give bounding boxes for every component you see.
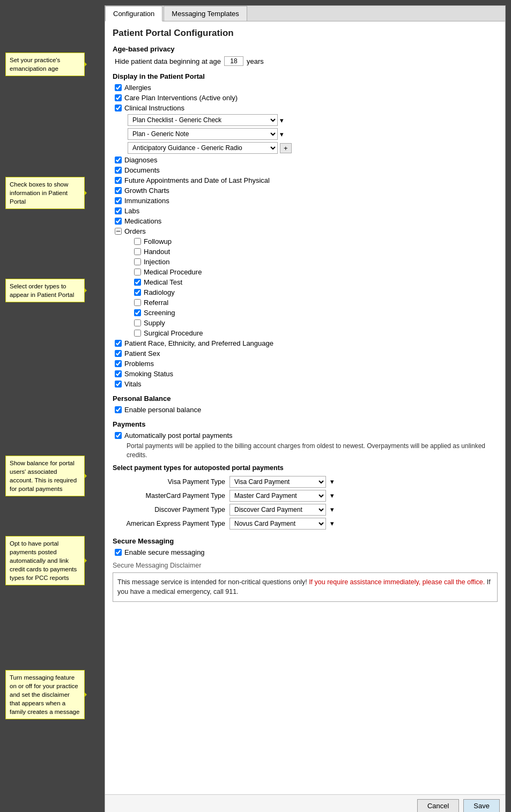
hide-patient-data-label: Hide patient data beginning at age (115, 57, 221, 65)
mastercard-payment-label: MasterCard Payment Type (118, 492, 225, 500)
checkbox-enable-secure-messaging-input[interactable] (115, 549, 122, 556)
clinical-select-2[interactable]: Plan - Generic Note (128, 128, 278, 140)
checkbox-immunizations: Immunizations (115, 197, 498, 205)
clinical-select-3[interactable]: Anticipatory Guidance - Generic Radio (128, 142, 278, 154)
checkbox-patient-race: Patient Race, Ethnicity, and Preferred L… (115, 339, 498, 347)
amex-payment-label: American Express Payment Type (118, 520, 225, 527)
checkbox-growth-charts-input[interactable] (115, 187, 122, 194)
checkbox-injection: Injection (134, 258, 498, 266)
checkbox-injection-input[interactable] (134, 258, 141, 265)
disclaimer-label: Secure Messaging Disclaimer (113, 562, 498, 569)
checkbox-care-plan: Care Plan Interventions (Active only) (115, 94, 498, 102)
checkbox-orders: Orders (115, 227, 498, 235)
personal-balance-header: Personal Balance (113, 394, 498, 403)
clinical-select-1[interactable]: Plan Checklist - Generic Check (128, 114, 278, 126)
checkbox-allergies-input[interactable] (115, 84, 122, 91)
checkbox-patient-race-input[interactable] (115, 340, 122, 347)
cancel-button[interactable]: Cancel (417, 799, 459, 812)
discover-payment-label: Discover Payment Type (118, 506, 225, 513)
checkbox-medical-procedure: Medical Procedure (134, 268, 498, 276)
annotation-emancipation-age: Set your practice's emancipation age (5, 53, 85, 76)
add-clinical-dropdown-button[interactable]: + (280, 143, 292, 153)
age-input[interactable] (224, 56, 243, 66)
annotation-messaging: Turn messaging feature on or off for you… (5, 670, 85, 719)
checkbox-screening: Screening (134, 309, 498, 317)
checkbox-radiology-input[interactable] (134, 289, 141, 296)
annotations-panel: Set your practice's emancipation age Che… (5, 5, 105, 812)
checkbox-radiology: Radiology (134, 288, 498, 296)
tab-messaging-templates[interactable]: Messaging Templates (164, 6, 247, 21)
checkbox-problems: Problems (115, 360, 498, 368)
checkbox-medications-input[interactable] (115, 218, 122, 225)
visa-payment-row: Visa Payment Type Visa Card Payment ▾ (118, 476, 498, 488)
checkbox-handout-input[interactable] (134, 248, 141, 255)
annotation-order-types: Select order types to appear in Patient … (5, 279, 85, 302)
checkbox-diagnoses-input[interactable] (115, 157, 122, 163)
amex-payment-select[interactable]: Novus Card Payment (229, 518, 326, 530)
annotation-portal-payments: Opt to have portal payments posted autom… (5, 536, 85, 585)
page-title: Patient Portal Configuration (113, 28, 498, 39)
checkbox-patient-sex-input[interactable] (115, 350, 122, 357)
checkbox-allergies: Allergies (115, 84, 498, 92)
checkbox-surgical-procedure: Surgical Procedure (134, 329, 498, 337)
checkbox-followup: Followup (134, 237, 498, 245)
annotation-personal-balance: Show balance for portal users' associate… (5, 456, 85, 496)
dropdown-arrow-2: ▾ (280, 130, 284, 138)
discover-dropdown-arrow: ▾ (330, 505, 334, 513)
checkbox-enable-personal-balance-input[interactable] (115, 406, 122, 413)
checkbox-supply-input[interactable] (134, 319, 141, 326)
checkbox-supply: Supply (134, 319, 498, 327)
visa-payment-label: Visa Payment Type (118, 478, 225, 486)
checkbox-labs-input[interactable] (115, 207, 122, 214)
checkbox-vitals: Vitals (115, 380, 498, 388)
checkbox-documents-input[interactable] (115, 167, 122, 174)
checkbox-labs: Labs (115, 207, 498, 215)
checkbox-clinical-instructions: Clinical Instructions (115, 104, 498, 112)
mastercard-dropdown-arrow: ▾ (330, 491, 334, 500)
checkbox-documents: Documents (115, 166, 498, 174)
checkbox-screening-input[interactable] (134, 309, 141, 316)
select-payment-types-header: Select payment types for autoposted port… (113, 464, 498, 472)
discover-payment-select[interactable]: Discover Card Payment (229, 504, 326, 516)
discover-payment-row: Discover Payment Type Discover Card Paym… (118, 504, 498, 516)
checkbox-handout: Handout (134, 248, 498, 256)
content-area: Patient Portal Configuration Age-based p… (105, 21, 505, 794)
save-button[interactable]: Save (463, 799, 500, 812)
visa-dropdown-arrow: ▾ (330, 478, 334, 486)
visa-payment-select[interactable]: Visa Card Payment (229, 476, 326, 488)
payments-header: Payments (113, 420, 498, 428)
years-label: years (247, 57, 264, 65)
checkbox-medical-test-input[interactable] (134, 279, 141, 286)
disclaimer-box: This message service is intended for non… (113, 572, 498, 602)
dropdown-arrow-1: ▾ (280, 116, 284, 124)
tab-configuration[interactable]: Configuration (105, 6, 162, 21)
checkbox-smoking-status: Smoking Status (115, 370, 498, 378)
mastercard-payment-select[interactable]: Master Card Payment (229, 490, 326, 502)
checkbox-medical-procedure-input[interactable] (134, 269, 141, 275)
checkbox-enable-personal-balance: Enable personal balance (115, 406, 498, 414)
checkbox-referral: Referral (134, 299, 498, 307)
disclaimer-highlight: If you require assistance immediately, p… (309, 578, 487, 586)
checkbox-auto-post: Automatically post portal payments (115, 431, 498, 439)
checkbox-growth-charts: Growth Charts (115, 187, 498, 195)
secure-messaging-header: Secure Messaging (113, 537, 498, 545)
main-panel: Configuration Messaging Templates Patien… (105, 5, 506, 812)
checkbox-smoking-status-input[interactable] (115, 370, 122, 377)
footer-bar: Cancel Save (105, 794, 505, 812)
payment-types-table: Visa Payment Type Visa Card Payment ▾ Ma… (118, 476, 498, 530)
checkbox-medical-test: Medical Test (134, 278, 498, 286)
checkbox-immunizations-input[interactable] (115, 197, 122, 204)
checkbox-care-plan-input[interactable] (115, 94, 122, 101)
checkbox-auto-post-input[interactable] (115, 432, 122, 439)
checkbox-surgical-procedure-input[interactable] (134, 330, 141, 337)
checkbox-followup-input[interactable] (134, 238, 141, 245)
checkbox-diagnoses: Diagnoses (115, 156, 498, 164)
checkbox-vitals-input[interactable] (115, 381, 122, 388)
checkbox-orders-input[interactable] (115, 228, 122, 235)
checkbox-referral-input[interactable] (134, 299, 141, 306)
checkbox-clinical-instructions-input[interactable] (115, 105, 122, 111)
annotation-check-boxes: Check boxes to show information in Patie… (5, 177, 85, 209)
age-based-privacy-header: Age-based privacy (113, 45, 498, 53)
checkbox-problems-input[interactable] (115, 360, 122, 367)
checkbox-future-appointments-input[interactable] (115, 177, 122, 184)
